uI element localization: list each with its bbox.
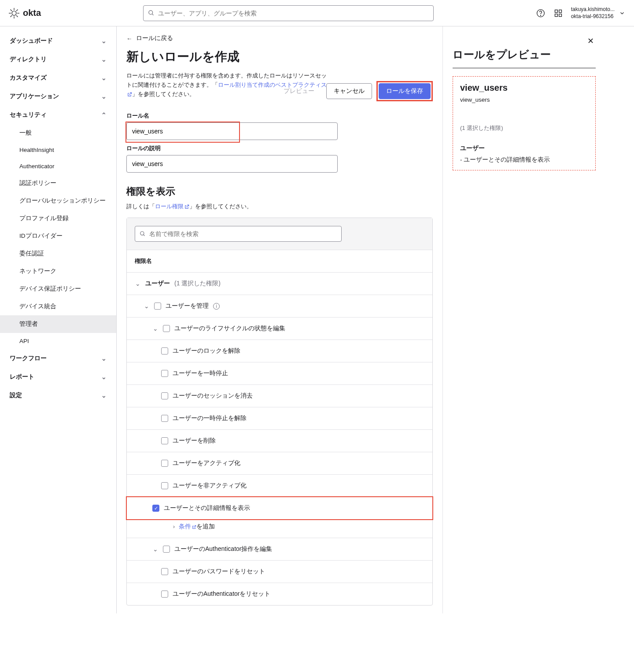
checkbox[interactable] <box>161 591 168 598</box>
user-menu[interactable]: takuya.kishimoto... okta-trial-9632156 <box>571 6 625 20</box>
brand-text: okta <box>23 8 41 18</box>
global-search[interactable] <box>143 5 434 21</box>
external-link-icon <box>127 92 132 97</box>
perm-unsuspend-user[interactable]: ユーザーの一時停止を解除 <box>127 407 432 430</box>
permissions-desc: 詳しくは「ロール権限」を参照してください。 <box>126 203 433 210</box>
perm-reset-password[interactable]: ユーザーのパスワードをリセット <box>127 561 432 583</box>
perm-activate-user[interactable]: ユーザーをアクティブ化 <box>127 452 432 475</box>
svg-rect-15 <box>555 14 557 16</box>
close-icon[interactable]: ✕ <box>586 34 596 48</box>
sidebar-sub-healthinsight[interactable]: HealthInsight <box>0 142 116 158</box>
role-preview-panel: ✕ ロールをプレビュー view_users view_users (1 選択し… <box>442 26 605 613</box>
chevron-right-icon: › <box>171 523 177 530</box>
preview-category: ユーザー <box>460 144 588 152</box>
perm-edit-authenticator[interactable]: ⌄ ユーザーのAuthenticator操作を編集 <box>127 538 432 561</box>
search-icon <box>148 10 155 16</box>
checkbox[interactable] <box>154 303 161 310</box>
chevron-down-icon: ⌄ <box>101 56 107 63</box>
chevron-down-icon: ⌄ <box>101 93 107 100</box>
perm-clear-sessions[interactable]: ユーザーのセッションを消去 <box>127 385 432 407</box>
checkbox[interactable] <box>161 460 168 467</box>
help-icon[interactable] <box>536 8 546 18</box>
cancel-button[interactable]: キャンセル <box>326 83 372 99</box>
sidebar-sub-device-assurance[interactable]: デバイス保証ポリシー <box>0 280 116 298</box>
back-to-roles[interactable]: ← ロールに戻る <box>126 34 433 42</box>
page-title: 新しいロールを作成 <box>126 48 433 65</box>
sidebar-item-settings[interactable]: 設定⌄ <box>0 386 116 405</box>
chevron-down-icon: ⌄ <box>152 325 158 332</box>
checkbox-checked[interactable]: ✓ <box>152 505 159 512</box>
sidebar-sub-global-session[interactable]: グローバルセッションポリシー <box>0 192 116 210</box>
preview-selected-count: (1 選択した権限) <box>460 124 588 132</box>
perm-view-user-details[interactable]: ✓ ユーザーとその詳細情報を表示 <box>126 496 433 520</box>
checkbox[interactable] <box>161 392 168 399</box>
preview-title: ロールをプレビュー <box>453 48 596 68</box>
role-name-input[interactable] <box>126 122 338 140</box>
sidebar-item-dashboard[interactable]: ダッシュボード⌄ <box>0 32 116 50</box>
permission-group-users[interactable]: ⌄ ユーザー (1 選択した権限) <box>127 273 432 295</box>
sidebar-item-customize[interactable]: カスタマイズ⌄ <box>0 69 116 87</box>
sidebar-sub-general[interactable]: 一般 <box>0 124 116 142</box>
checkbox[interactable] <box>161 370 168 377</box>
checkbox[interactable] <box>161 437 168 444</box>
svg-line-18 <box>144 235 145 236</box>
svg-point-17 <box>140 232 144 235</box>
svg-rect-13 <box>555 10 557 12</box>
chevron-up-icon: ⌃ <box>101 111 107 118</box>
perm-deactivate-user[interactable]: ユーザーを非アクティブ化 <box>127 475 432 497</box>
sidebar-sub-profile-enrollment[interactable]: プロファイル登録 <box>0 210 116 227</box>
sidebar-sub-device-integration[interactable]: デバイス統合 <box>0 298 116 315</box>
perm-unlock-user[interactable]: ユーザーのロックを解除 <box>127 340 432 362</box>
sidebar-item-workflow[interactable]: ワークフロー⌄ <box>0 349 116 368</box>
permission-search-input[interactable] <box>149 231 337 237</box>
chevron-down-icon: ⌄ <box>135 280 141 287</box>
svg-point-9 <box>149 11 153 15</box>
sidebar-sub-administrators[interactable]: 管理者 <box>0 315 116 333</box>
checkbox[interactable] <box>161 482 168 489</box>
sidebar-sub-authenticator[interactable]: Authenticator <box>0 158 116 174</box>
external-link-icon <box>192 525 196 529</box>
role-desc-label: ロールの説明 <box>126 144 433 152</box>
preview-box: view_users view_users (1 選択した権限) ユーザー - … <box>453 76 596 170</box>
sidebar-item-reports[interactable]: レポート⌄ <box>0 368 116 386</box>
sidebar-sub-auth-policy[interactable]: 認証ポリシー <box>0 174 116 192</box>
checkbox[interactable] <box>163 546 170 553</box>
svg-line-6 <box>16 15 18 17</box>
sidebar-sub-api[interactable]: API <box>0 333 116 349</box>
chevron-down-icon: ⌄ <box>144 303 150 310</box>
perm-edit-lifecycle[interactable]: ⌄ ユーザーのライフサイクルの状態を編集 <box>127 318 432 340</box>
user-name: takuya.kishimoto... <box>571 6 615 13</box>
apps-grid-icon[interactable] <box>553 8 563 18</box>
sidebar-sub-identity-providers[interactable]: IDプロバイダー <box>0 227 116 245</box>
permissions-column-header: 権限名 <box>127 250 432 273</box>
external-link-icon <box>184 204 189 209</box>
save-role-button[interactable]: ロールを保存 <box>379 83 431 99</box>
global-search-input[interactable] <box>158 10 429 17</box>
condition-link[interactable]: 条件 <box>179 523 196 530</box>
perm-manage-users[interactable]: ⌄ ユーザーを管理 i <box>127 295 432 318</box>
sidebar-item-security[interactable]: セキュリティ⌃ <box>0 106 116 124</box>
brand-logo[interactable]: okta <box>9 8 41 18</box>
search-icon <box>140 231 146 237</box>
svg-rect-16 <box>559 14 561 16</box>
checkbox[interactable] <box>163 325 170 332</box>
perm-reset-authenticator[interactable]: ユーザーのAuthenticatorをリセット <box>127 583 432 605</box>
permissions-title: 権限を表示 <box>126 185 433 198</box>
perm-delete-user[interactable]: ユーザーを削除 <box>127 430 432 452</box>
sidebar-sub-delegated-auth[interactable]: 委任認証 <box>0 245 116 262</box>
chevron-down-icon: ⌄ <box>152 546 158 553</box>
sidebar-sub-network[interactable]: ネットワーク <box>0 262 116 280</box>
info-icon[interactable]: i <box>213 303 220 310</box>
checkbox[interactable] <box>161 415 168 422</box>
preview-role-desc: view_users <box>460 96 588 103</box>
chevron-down-icon: ⌄ <box>101 355 107 362</box>
svg-point-12 <box>540 15 541 15</box>
checkbox[interactable] <box>161 568 168 575</box>
checkbox[interactable] <box>161 347 168 354</box>
role-permissions-link[interactable]: ロール権限 <box>155 203 189 210</box>
sidebar-item-applications[interactable]: アプリケーション⌄ <box>0 87 116 106</box>
perm-suspend-user[interactable]: ユーザーを一時停止 <box>127 362 432 385</box>
sidebar-item-directory[interactable]: ディレクトリ⌄ <box>0 50 116 69</box>
role-desc-input[interactable] <box>126 155 338 173</box>
permission-search[interactable] <box>135 226 342 242</box>
